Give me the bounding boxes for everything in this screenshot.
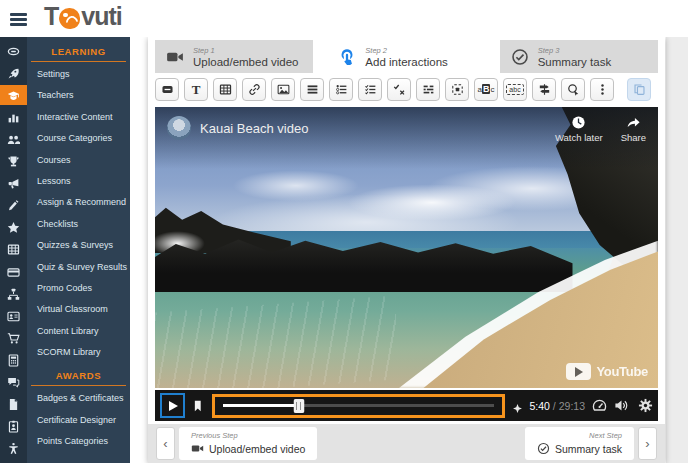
previous-step-label: Previous Step <box>191 431 305 440</box>
tool-drag-text-button[interactable]: abc <box>503 78 527 101</box>
section-title: LEARNING <box>27 39 130 61</box>
tab-upload-embed-video[interactable]: Step 1 Upload/embed video <box>155 40 313 73</box>
sidebar-users-icon[interactable] <box>0 129 27 149</box>
sidebar-item-promo-codes[interactable]: Promo Codes <box>27 278 130 299</box>
sidebar-item-badges-certificates[interactable]: Badges & Certificates <box>27 388 130 409</box>
channel-avatar[interactable] <box>167 116 191 140</box>
sidebar-credit-card-icon[interactable] <box>0 262 27 282</box>
sidebar-item-virtual-classroom[interactable]: Virtual Classroom <box>27 299 130 320</box>
sidebar-item-scorm-library[interactable]: SCORM Library <box>27 342 130 363</box>
sidebar-file-icon[interactable] <box>0 395 27 415</box>
tool-link-button[interactable] <box>242 78 266 101</box>
sidebar-chat-icon[interactable] <box>0 373 27 393</box>
tool-single-choice-set-button[interactable] <box>329 78 353 101</box>
tool-true-false-button[interactable] <box>387 78 411 101</box>
sidebar-item-points-categories[interactable]: Points Categories <box>27 431 130 452</box>
tab-title: Summary task <box>538 56 612 68</box>
hamburger-menu-icon[interactable] <box>10 13 27 26</box>
tab-step-label: Step 3 <box>538 46 612 55</box>
settings-gear-icon[interactable] <box>638 398 653 413</box>
sidebar-sitemap-icon[interactable] <box>0 284 27 304</box>
seekbar[interactable] <box>223 404 494 407</box>
sidebar-badge-icon[interactable] <box>0 41 27 61</box>
sidebar-trophy-icon[interactable] <box>0 152 27 172</box>
share-arrow-icon <box>626 115 641 130</box>
sidebar-item-certificate-designer[interactable]: Certificate Designer <box>27 410 130 431</box>
duration: 29:13 <box>559 400 585 412</box>
sidebar-icon-strip <box>0 37 27 463</box>
tool-drag-and-drop-button[interactable] <box>445 78 469 101</box>
sidebar-cart-icon[interactable] <box>0 328 27 348</box>
tool-label-button[interactable] <box>155 78 179 101</box>
video-title: Kauai Beach video <box>200 121 308 136</box>
check-circle-icon <box>511 48 529 66</box>
sidebar-item-settings[interactable]: Settings <box>27 64 130 85</box>
tool-statements-button[interactable] <box>300 78 324 101</box>
volume-icon[interactable] <box>614 398 629 413</box>
sidebar-graduation-cap-icon[interactable] <box>0 85 27 105</box>
quality-icon[interactable] <box>592 398 607 413</box>
interaction-marker-icon[interactable] <box>512 400 523 411</box>
next-chevron-button[interactable]: › <box>638 427 657 460</box>
play-icon <box>169 401 178 411</box>
sidebar-star-icon[interactable] <box>0 218 27 238</box>
sidebar-item-assign-recommend[interactable]: Assign & Recommend <box>27 192 130 213</box>
top-header: T vuti <box>0 0 688 37</box>
sidebar-item-quiz-survey-results[interactable]: Quiz & Survey Results <box>27 257 130 278</box>
tool-crossroads-button[interactable] <box>532 78 556 101</box>
sidebar-item-content-library[interactable]: Content Library <box>27 321 130 342</box>
sidebar-id-badge-icon[interactable] <box>0 417 27 437</box>
logo-text-prefix: T <box>44 2 58 31</box>
sidebar-item-course-categories[interactable]: Course Categories <box>27 128 130 149</box>
play-button[interactable] <box>160 393 185 418</box>
youtube-play-icon <box>566 363 591 380</box>
video-control-bar: 5:40 / 29:13 <box>155 390 658 421</box>
section-title: AWARDS <box>27 363 130 385</box>
sidebar-rocket-icon[interactable] <box>0 63 27 83</box>
tool-image-button[interactable] <box>271 78 295 101</box>
previous-chevron-button[interactable]: ‹ <box>156 427 175 460</box>
seek-handle[interactable] <box>293 399 304 413</box>
tool-text-button[interactable]: T <box>184 78 208 101</box>
tool-multiple-choice-button[interactable] <box>358 78 382 101</box>
paste-button[interactable] <box>627 78 651 101</box>
youtube-logo[interactable]: YouTube <box>566 363 648 380</box>
share-button[interactable]: Share <box>621 115 646 143</box>
sidebar-calculator-icon[interactable] <box>0 350 27 370</box>
sidebar-item-quizzes-surveys[interactable]: Quizzes & Surveys <box>27 235 130 256</box>
tool-navigation-hotspot-button[interactable] <box>561 78 585 101</box>
sidebar-signature-icon[interactable] <box>0 196 27 216</box>
next-step-button[interactable]: Next Step Summary task <box>525 427 634 460</box>
sidebar-item-lessons[interactable]: Lessons <box>27 171 130 192</box>
step-tabs: Step 1 Upload/embed video Step 2 Add int… <box>155 40 658 73</box>
sidebar-item-teachers[interactable]: Teachers <box>27 85 130 106</box>
sidebar-item-checklists[interactable]: Checklists <box>27 214 130 235</box>
tool-table-button[interactable] <box>213 78 237 101</box>
tab-add-interactions[interactable]: Step 2 Add interactions <box>327 40 485 73</box>
tab-title: Upload/embed video <box>193 56 299 68</box>
video-camera-icon <box>166 48 184 66</box>
sidebar-accessibility-icon[interactable] <box>0 439 27 459</box>
sidebar-item-courses[interactable]: Courses <box>27 150 130 171</box>
sidebar-id-card-icon[interactable] <box>0 306 27 326</box>
tab-summary-task[interactable]: Step 3 Summary task <box>500 40 658 73</box>
tool-more-tools-button[interactable] <box>590 78 614 101</box>
tab-step-label: Step 1 <box>193 46 299 55</box>
sidebar-bar-chart-icon[interactable] <box>0 107 27 127</box>
bookmark-icon[interactable] <box>192 399 205 413</box>
tool-fill-in-the-blanks-button[interactable] <box>416 78 440 101</box>
content-panel: Step 1 Upload/embed video Step 2 Add int… <box>148 37 665 463</box>
sidebar-megaphone-icon[interactable] <box>0 174 27 194</box>
previous-step-button[interactable]: Previous Step Upload/embed video <box>179 427 317 460</box>
video-player[interactable]: Kauai Beach video Watch later Share YouT… <box>155 107 658 388</box>
seekbar-highlight <box>212 394 505 418</box>
water-ripples <box>155 295 396 388</box>
tool-mark-the-words-button[interactable]: aBc <box>474 78 498 101</box>
tovuti-logo[interactable]: T vuti <box>44 2 122 31</box>
sidebar: LEARNING SettingsTeachersInteractive Con… <box>0 37 130 463</box>
tab-title: Add interactions <box>365 56 447 68</box>
logo-text-suffix: vuti <box>81 2 121 31</box>
sidebar-table-icon[interactable] <box>0 240 27 260</box>
watch-later-button[interactable]: Watch later <box>555 115 603 143</box>
sidebar-item-interactive-content[interactable]: Interactive Content <box>27 107 130 128</box>
